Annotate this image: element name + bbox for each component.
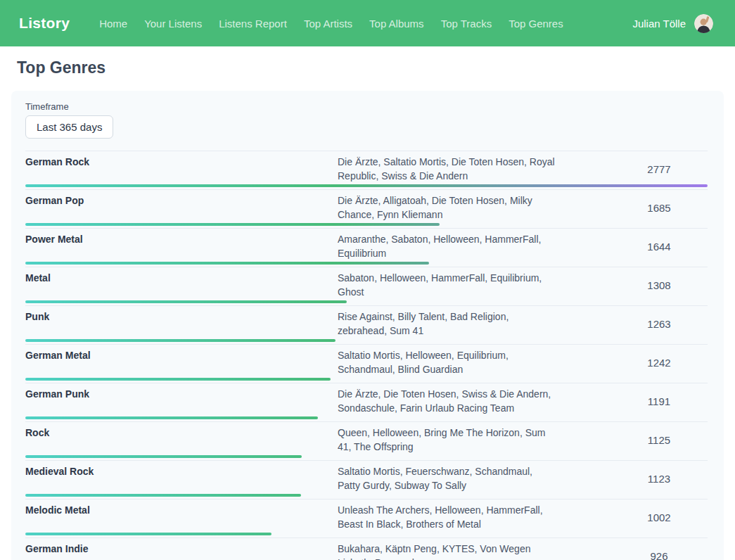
genre-bar-fill bbox=[25, 262, 429, 265]
genre-bar-track bbox=[25, 262, 708, 265]
genre-bar-fill bbox=[25, 494, 301, 497]
genre-bar-track bbox=[25, 533, 708, 535]
genre-row-columns: German Indie Bukahara, Käptn Peng, KYTES… bbox=[25, 542, 708, 560]
nav-item-your-listens[interactable]: Your Listens bbox=[144, 18, 202, 30]
genre-row: Metal Sabaton, Helloween, HammerFall, Eq… bbox=[25, 267, 708, 306]
genre-row: Power Metal Amaranthe, Sabaton, Hellowee… bbox=[25, 229, 708, 267]
genre-top-artists: Die Ärzte, Saltatio Mortis, Die Toten Ho… bbox=[338, 155, 557, 183]
genre-name: Punk bbox=[25, 310, 338, 322]
genre-row-columns: German Metal Saltatio Mortis, Helloween,… bbox=[25, 348, 708, 376]
genre-bar-fill bbox=[25, 455, 302, 458]
user-avatar-photo bbox=[694, 14, 713, 33]
genre-listen-count: 1308 bbox=[611, 279, 708, 291]
genre-row-columns: Melodic Metal Unleash The Archers, Hello… bbox=[25, 503, 708, 531]
nav-item-top-tracks[interactable]: Top Tracks bbox=[441, 18, 492, 30]
genre-top-artists: Queen, Helloween, Bring Me The Horizon, … bbox=[338, 426, 557, 454]
nav-item-top-artists[interactable]: Top Artists bbox=[304, 18, 352, 30]
genre-bar-track bbox=[25, 416, 708, 419]
timeframe-select[interactable]: Last 365 days bbox=[25, 115, 113, 139]
genre-listen-count: 926 bbox=[611, 550, 708, 560]
genre-listen-count: 1191 bbox=[611, 395, 708, 407]
genre-listen-count: 2777 bbox=[611, 163, 708, 175]
genre-listen-count: 1242 bbox=[611, 357, 708, 369]
genre-row: German Rock Die Ärzte, Saltatio Mortis, … bbox=[25, 151, 708, 190]
timeframe-selected-value: Last 365 days bbox=[37, 121, 102, 133]
genre-top-artists: Die Ärzte, Die Toten Hosen, Swiss & Die … bbox=[338, 387, 557, 415]
user-name[interactable]: Julian Tölle bbox=[632, 18, 686, 30]
genre-top-artists: Rise Against, Billy Talent, Bad Religion… bbox=[338, 310, 557, 338]
genre-bar-track bbox=[25, 339, 708, 342]
genre-listen-count: 1263 bbox=[611, 318, 708, 330]
genre-row: Melodic Metal Unleash The Archers, Hello… bbox=[25, 499, 708, 538]
genre-row-columns: Punk Rise Against, Billy Talent, Bad Rel… bbox=[25, 310, 708, 338]
genre-top-artists: Bukahara, Käptn Peng, KYTES, Von Wegen L… bbox=[338, 542, 557, 560]
genre-bar-fill bbox=[25, 223, 440, 226]
page-content: Top Genres Timeframe Last 365 days Germa… bbox=[0, 58, 735, 560]
genre-row-columns: Medieval Rock Saltatio Mortis, Feuerschw… bbox=[25, 464, 708, 492]
user-avatar[interactable] bbox=[694, 14, 713, 33]
genre-top-artists: Saltatio Mortis, Feuerschwanz, Schandmau… bbox=[338, 464, 557, 492]
timeframe-label: Timeframe bbox=[25, 101, 708, 112]
genre-row-columns: Power Metal Amaranthe, Sabaton, Hellowee… bbox=[25, 232, 708, 260]
genre-row-columns: German Rock Die Ärzte, Saltatio Mortis, … bbox=[25, 155, 708, 183]
genre-bar-fill bbox=[25, 300, 347, 303]
genre-row-columns: Rock Queen, Helloween, Bring Me The Hori… bbox=[25, 426, 708, 454]
genre-name: German Pop bbox=[25, 193, 338, 206]
genre-top-artists: Saltatio Mortis, Helloween, Equilibrium,… bbox=[338, 348, 557, 376]
main-nav: HomeYour ListensListens ReportTop Artist… bbox=[99, 18, 563, 30]
nav-item-listens-report[interactable]: Listens Report bbox=[219, 18, 287, 30]
nav-item-top-albums[interactable]: Top Albums bbox=[369, 18, 424, 30]
genre-bar-track bbox=[25, 223, 708, 226]
app-logo[interactable]: Listory bbox=[19, 15, 70, 32]
top-navbar: Listory HomeYour ListensListens ReportTo… bbox=[0, 0, 735, 46]
page-title: Top Genres bbox=[17, 58, 718, 77]
genre-name: Metal bbox=[25, 271, 338, 284]
genre-row: Punk Rise Against, Billy Talent, Bad Rel… bbox=[25, 306, 708, 345]
genre-bar-track bbox=[25, 184, 708, 187]
genre-row-columns: German Punk Die Ärzte, Die Toten Hosen, … bbox=[25, 387, 708, 415]
genre-bar-fill bbox=[25, 533, 271, 535]
genre-bar-track bbox=[25, 378, 708, 381]
genre-bar-track bbox=[25, 300, 708, 303]
genre-row: German Pop Die Ärzte, Alligatoah, Die To… bbox=[25, 190, 708, 229]
genre-name: Melodic Metal bbox=[25, 503, 338, 516]
genre-listen-count: 1644 bbox=[611, 241, 708, 253]
genre-name: Medieval Rock bbox=[25, 464, 338, 477]
genre-top-artists: Die Ärzte, Alligatoah, Die Toten Hosen, … bbox=[338, 193, 557, 222]
genre-bar-fill bbox=[25, 378, 331, 381]
genre-bar-fill bbox=[25, 184, 708, 187]
genre-bar-track bbox=[25, 455, 708, 458]
genre-listen-count: 1123 bbox=[611, 473, 708, 485]
genre-top-artists: Unleash The Archers, Helloween, HammerFa… bbox=[338, 503, 557, 531]
genre-row-columns: Metal Sabaton, Helloween, HammerFall, Eq… bbox=[25, 271, 708, 299]
genre-listen-count: 1002 bbox=[611, 511, 708, 523]
genre-listen-count: 1685 bbox=[611, 202, 708, 214]
genre-row: German Indie Bukahara, Käptn Peng, KYTES… bbox=[25, 538, 708, 560]
genre-name: Power Metal bbox=[25, 232, 338, 245]
genre-row: German Metal Saltatio Mortis, Helloween,… bbox=[25, 345, 708, 383]
genre-name: German Indie bbox=[25, 542, 338, 554]
genre-row: German Punk Die Ärzte, Die Toten Hosen, … bbox=[25, 383, 708, 422]
genre-name: German Metal bbox=[25, 348, 338, 361]
genre-listen-count: 1125 bbox=[611, 434, 708, 446]
top-genres-card: Timeframe Last 365 days German Rock Die … bbox=[11, 91, 724, 560]
genre-row: Medieval Rock Saltatio Mortis, Feuerschw… bbox=[25, 461, 708, 499]
genre-name: German Rock bbox=[25, 155, 338, 167]
genre-name: Rock bbox=[25, 426, 338, 438]
timeframe-filter: Timeframe Last 365 days bbox=[25, 101, 708, 151]
genre-row: Rock Queen, Helloween, Bring Me The Hori… bbox=[25, 422, 708, 461]
genre-row-columns: German Pop Die Ärzte, Alligatoah, Die To… bbox=[25, 193, 708, 222]
nav-item-top-genres[interactable]: Top Genres bbox=[509, 18, 563, 30]
nav-item-home[interactable]: Home bbox=[99, 18, 127, 30]
genre-bar-fill bbox=[25, 416, 318, 419]
genres-table: German Rock Die Ärzte, Saltatio Mortis, … bbox=[25, 151, 708, 560]
genre-bar-track bbox=[25, 494, 708, 497]
genre-name: German Punk bbox=[25, 387, 338, 400]
genre-bar-fill bbox=[25, 339, 335, 342]
genre-top-artists: Sabaton, Helloween, HammerFall, Equilibr… bbox=[338, 271, 557, 299]
genre-top-artists: Amaranthe, Sabaton, Helloween, HammerFal… bbox=[338, 232, 557, 260]
